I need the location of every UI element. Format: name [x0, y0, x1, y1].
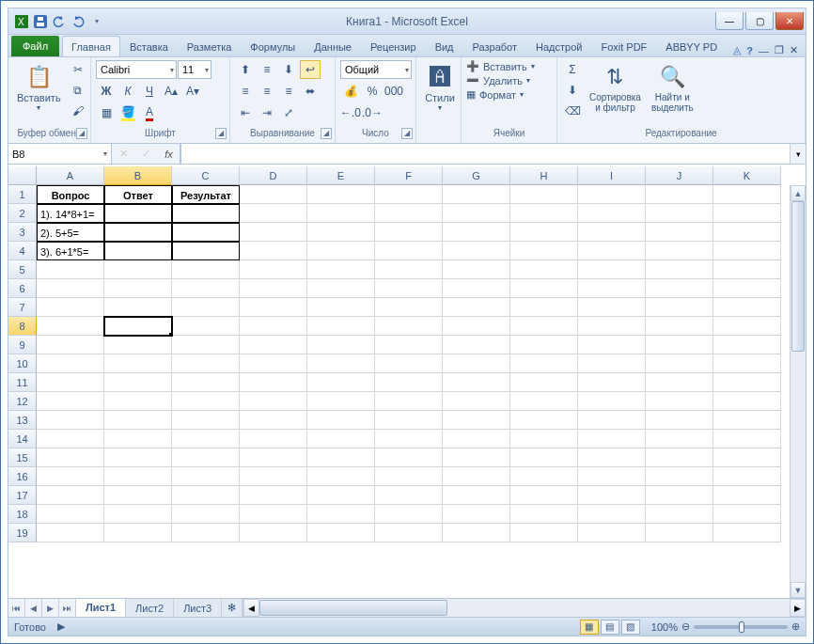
col-header-E[interactable]: E: [307, 166, 375, 185]
cell-J2[interactable]: [646, 204, 713, 223]
cell-B6[interactable]: [104, 279, 172, 298]
cell-K15[interactable]: [713, 448, 781, 467]
cell-I16[interactable]: [578, 467, 646, 486]
cell-K4[interactable]: [713, 242, 781, 260]
cell-H11[interactable]: [510, 373, 578, 392]
cell-K14[interactable]: [713, 430, 781, 448]
cell-K11[interactable]: [713, 373, 781, 392]
cell-F16[interactable]: [375, 467, 443, 486]
cell-B19[interactable]: [104, 524, 172, 542]
cell-I1[interactable]: [578, 185, 646, 204]
decrease-font-icon[interactable]: A▾: [182, 82, 203, 101]
cell-D13[interactable]: [240, 411, 307, 430]
cell-I3[interactable]: [578, 223, 646, 242]
cell-D10[interactable]: [240, 354, 307, 373]
cell-E15[interactable]: [307, 448, 375, 467]
cell-K8[interactable]: [713, 317, 781, 336]
cell-K16[interactable]: [713, 467, 781, 486]
cell-D2[interactable]: [240, 204, 307, 223]
paste-button[interactable]: 📋 Вставить ▾: [13, 60, 65, 114]
cell-D8[interactable]: [240, 317, 307, 336]
align-left-icon[interactable]: ≡: [235, 82, 256, 101]
cell-B2[interactable]: [104, 204, 172, 223]
cell-H8[interactable]: [510, 317, 578, 336]
cell-H19[interactable]: [510, 524, 578, 542]
redo-icon[interactable]: [70, 14, 86, 29]
clear-icon[interactable]: ⌫: [562, 102, 583, 120]
format-cells-button[interactable]: ▦Формат▾: [466, 88, 524, 101]
cell-F15[interactable]: [375, 448, 443, 467]
cell-C2[interactable]: [172, 204, 240, 223]
cell-F7[interactable]: [375, 298, 443, 317]
col-header-A[interactable]: A: [37, 166, 104, 185]
cell-C6[interactable]: [172, 279, 240, 298]
cell-G6[interactable]: [443, 279, 510, 298]
cell-E3[interactable]: [307, 223, 375, 242]
cell-K18[interactable]: [713, 505, 781, 524]
cell-H13[interactable]: [510, 411, 578, 430]
ribbon-tab-0[interactable]: Главная: [62, 36, 120, 56]
row-header-10[interactable]: 10: [8, 354, 37, 373]
cell-H16[interactable]: [510, 467, 578, 486]
cell-H15[interactable]: [510, 448, 578, 467]
cell-B8[interactable]: [104, 317, 172, 336]
cell-A6[interactable]: [37, 279, 104, 298]
cell-D18[interactable]: [240, 505, 307, 524]
cell-D9[interactable]: [240, 336, 307, 354]
cell-D15[interactable]: [240, 448, 307, 467]
cell-G19[interactable]: [443, 524, 510, 542]
cell-E13[interactable]: [307, 411, 375, 430]
cell-D4[interactable]: [240, 242, 307, 260]
row-header-6[interactable]: 6: [8, 279, 37, 298]
cell-E7[interactable]: [307, 298, 375, 317]
cell-A10[interactable]: [37, 354, 104, 373]
cell-F14[interactable]: [375, 430, 443, 448]
font-size-combo[interactable]: 11▾: [178, 60, 211, 79]
undo-icon[interactable]: [52, 14, 67, 29]
cell-C17[interactable]: [172, 486, 240, 505]
cell-A1[interactable]: Вопрос: [37, 185, 104, 204]
horizontal-scrollbar[interactable]: ◀ ▶: [243, 599, 806, 617]
orientation-icon[interactable]: ⤢: [278, 103, 299, 122]
ribbon-tab-2[interactable]: Разметка: [178, 36, 242, 56]
cell-E11[interactable]: [307, 373, 375, 392]
cell-G1[interactable]: [443, 185, 510, 204]
cell-E4[interactable]: [307, 242, 375, 260]
col-header-H[interactable]: H: [510, 166, 578, 185]
find-select-button[interactable]: 🔍 Найти и выделить: [648, 60, 697, 115]
save-icon[interactable]: [33, 14, 48, 29]
macro-record-icon[interactable]: ▶: [57, 620, 65, 633]
cell-K12[interactable]: [713, 392, 781, 411]
zoom-knob[interactable]: [739, 621, 744, 633]
cell-F13[interactable]: [375, 411, 443, 430]
col-header-J[interactable]: J: [646, 166, 713, 185]
cell-I11[interactable]: [578, 373, 646, 392]
cell-I5[interactable]: [578, 260, 646, 279]
cell-J5[interactable]: [646, 260, 713, 279]
cell-A8[interactable]: [37, 317, 104, 336]
cell-B17[interactable]: [104, 486, 172, 505]
cell-F19[interactable]: [375, 524, 443, 542]
cell-G2[interactable]: [443, 204, 510, 223]
clipboard-dialog-icon[interactable]: ◢: [76, 128, 87, 139]
decrease-decimal-icon[interactable]: .0→: [362, 103, 383, 122]
hscroll-thumb[interactable]: [259, 600, 447, 616]
cell-A3[interactable]: 2). 5+5=: [37, 223, 104, 242]
cell-J14[interactable]: [646, 430, 713, 448]
cell-J12[interactable]: [646, 392, 713, 411]
file-tab[interactable]: Файл: [11, 36, 59, 56]
cell-A2[interactable]: 1). 14*8+1=: [37, 204, 104, 223]
vscroll-thumb[interactable]: [791, 201, 805, 352]
cell-C8[interactable]: [172, 317, 240, 336]
cell-I7[interactable]: [578, 298, 646, 317]
cell-F2[interactable]: [375, 204, 443, 223]
align-bottom-icon[interactable]: ⬇: [278, 60, 299, 79]
cell-I4[interactable]: [578, 242, 646, 260]
cell-C16[interactable]: [172, 467, 240, 486]
cell-I8[interactable]: [578, 317, 646, 336]
align-top-icon[interactable]: ⬆: [235, 60, 256, 79]
minimize-button[interactable]: ―: [715, 12, 744, 30]
cell-G12[interactable]: [443, 392, 510, 411]
cell-J6[interactable]: [646, 279, 713, 298]
cell-G11[interactable]: [443, 373, 510, 392]
